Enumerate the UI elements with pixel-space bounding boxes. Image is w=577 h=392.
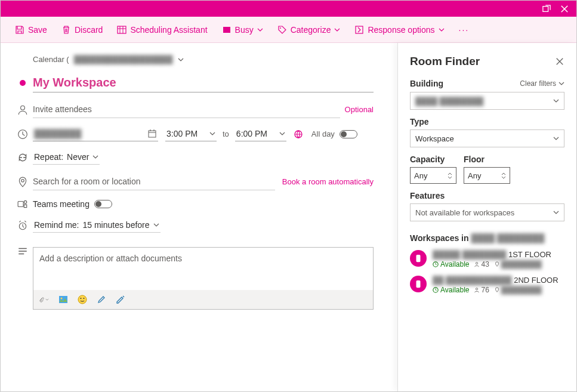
features-select[interactable]: Not available for workspaces: [410, 203, 564, 221]
capacity-label: Capacity: [410, 155, 456, 164]
workspace-icon: [410, 276, 427, 292]
reminder-label: Remind me:: [34, 220, 79, 230]
discard-button[interactable]: Discard: [61, 25, 103, 35]
location-input[interactable]: [33, 173, 275, 190]
close-pane-icon[interactable]: [555, 57, 564, 66]
workspace-item[interactable]: █████ ████████ 1ST FLOOR Available 43 ██…: [410, 250, 564, 268]
repeat-value: Never: [67, 152, 89, 162]
close-icon[interactable]: [560, 4, 569, 14]
overflow-button[interactable]: ···: [459, 25, 470, 35]
svg-point-5: [21, 106, 25, 110]
building-select[interactable]: ████ ████████: [410, 92, 564, 110]
workspace-name: ██ ████████████ 2ND FLOOR: [433, 276, 564, 285]
stepper-arrows-icon: [501, 172, 506, 179]
location-badge: ████████: [494, 286, 542, 294]
emoji-icon[interactable]: [78, 295, 87, 304]
svg-point-17: [84, 298, 85, 299]
reminder-dropdown[interactable]: Remind me: 15 minutes before: [33, 218, 161, 233]
description-toolbar: [33, 290, 373, 309]
popout-icon[interactable]: [542, 4, 551, 14]
alarm-icon: [13, 220, 33, 231]
svg-point-16: [81, 298, 82, 299]
busy-icon: [222, 25, 232, 35]
reminder-value: 15 minutes before: [82, 220, 149, 230]
save-button[interactable]: Save: [15, 25, 47, 35]
description-box: [33, 247, 374, 310]
chevron-down-icon: [178, 57, 184, 63]
chevron-down-icon: [153, 222, 159, 228]
status-badge: Available: [433, 260, 469, 268]
attendees-input[interactable]: [33, 101, 340, 118]
chevron-down-icon: [559, 81, 564, 87]
draw-icon[interactable]: [116, 295, 125, 304]
breadcrumb-label: Calendar (: [33, 55, 69, 64]
picture-icon[interactable]: [58, 295, 68, 304]
chevron-down-icon: [334, 27, 340, 33]
roomfinder-title: Room Finder: [410, 55, 480, 68]
timezone-icon[interactable]: [294, 129, 303, 139]
save-label: Save: [28, 25, 47, 35]
end-time-field[interactable]: 6:00 PM: [235, 126, 286, 141]
clock-icon: [13, 129, 33, 140]
chevron-down-icon: [209, 131, 215, 137]
categorize-label: Categorize: [291, 25, 331, 35]
svg-point-14: [61, 298, 63, 300]
optional-link[interactable]: Optional: [345, 105, 374, 114]
svg-point-3: [280, 27, 281, 29]
clear-filters-link[interactable]: Clear filters: [520, 79, 564, 88]
attach-icon[interactable]: [39, 295, 49, 304]
allday-label: All day: [311, 129, 335, 138]
response-dropdown[interactable]: Response options: [354, 25, 444, 35]
room-finder-pane: Room Finder Building Clear filters ████ …: [397, 43, 576, 391]
workspace-name: █████ ████████ 1ST FLOOR: [433, 250, 564, 259]
type-value: Workspace: [415, 134, 454, 143]
chevron-down-icon: [92, 154, 98, 160]
scheduling-button[interactable]: Scheduling Assistant: [117, 25, 207, 35]
teams-label: Teams meeting: [33, 199, 90, 209]
busy-dropdown[interactable]: Busy: [222, 25, 263, 35]
date-value: ████████: [34, 129, 147, 138]
teams-icon: [13, 199, 33, 209]
svg-point-15: [78, 295, 87, 304]
event-form: Calendar ( ██████████████████ Optional: [1, 43, 397, 391]
calendar-breadcrumb[interactable]: Calendar ( ██████████████████: [13, 55, 374, 64]
description-icon: [13, 241, 33, 257]
features-label: Features: [410, 191, 564, 200]
event-title-input[interactable]: [33, 73, 374, 92]
tag-icon: [277, 25, 287, 35]
calendar-grid-icon: [117, 25, 126, 35]
workspace-icon: [410, 250, 427, 267]
response-icon: [354, 25, 364, 35]
trash-icon: [61, 25, 71, 35]
svg-point-23: [476, 288, 478, 290]
allday-toggle[interactable]: [340, 130, 357, 138]
workspace-meta: Available 43 ████████: [433, 260, 564, 268]
building-value: ████ ████████: [415, 97, 483, 106]
chevron-down-icon: [257, 27, 263, 33]
description-input[interactable]: [33, 248, 373, 290]
date-field[interactable]: ████████: [33, 126, 158, 141]
workspace-meta: Available 76 ████████: [433, 286, 564, 294]
toolbar: Save Discard Scheduling Assistant Busy C…: [1, 17, 576, 43]
workspace-list-title: Workspaces in ████ ████████: [410, 233, 564, 243]
features-value: Not available for workspaces: [415, 208, 514, 217]
capacity-stepper[interactable]: Any: [410, 167, 456, 184]
workspace-item[interactable]: ██ ████████████ 2ND FLOOR Available 76 █…: [410, 276, 564, 294]
floor-stepper[interactable]: Any: [464, 167, 510, 184]
highlight-icon[interactable]: [97, 295, 106, 304]
repeat-icon: [13, 152, 33, 163]
repeat-dropdown[interactable]: Repeat: Never: [33, 150, 100, 165]
floor-label: Floor: [464, 155, 510, 164]
location-badge: ████████: [494, 260, 542, 268]
status-badge: Available: [433, 286, 469, 294]
type-select[interactable]: Workspace: [410, 129, 564, 147]
svg-rect-21: [416, 280, 421, 288]
auto-book-link[interactable]: Book a room automatically: [282, 177, 374, 186]
svg-rect-2: [223, 27, 230, 33]
teams-toggle[interactable]: [94, 200, 112, 208]
location-icon: [13, 177, 33, 187]
capacity-value: Any: [414, 171, 427, 180]
categorize-dropdown[interactable]: Categorize: [277, 25, 341, 35]
breadcrumb-account: ██████████████████: [74, 55, 173, 64]
start-time-field[interactable]: 3:00 PM: [165, 126, 217, 141]
